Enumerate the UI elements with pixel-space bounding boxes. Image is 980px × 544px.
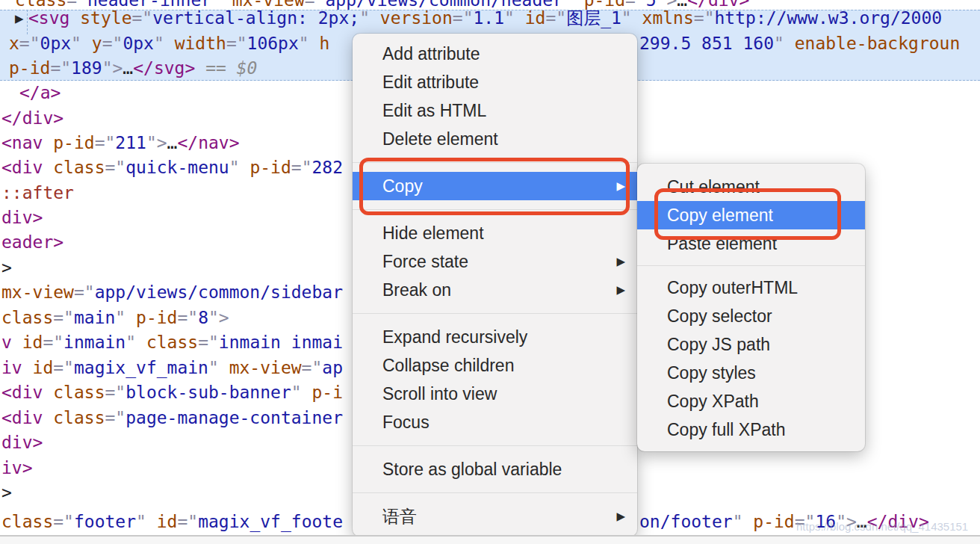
menu-separator (637, 265, 865, 266)
menu-item-paste-element[interactable]: Paste element (637, 229, 865, 258)
watermark: https://blog.csdn.net/qq_41435151 (796, 520, 968, 533)
code-line-inmain[interactable]: v id="inmain" class="inmain inmai (1, 332, 343, 353)
menu-item-label: Copy XPath (667, 392, 759, 411)
menu-item-force-state[interactable]: Force state▶ (353, 247, 637, 276)
menu-item-label: Copy selector (667, 306, 772, 326)
code-line-bracket-2[interactable]: > (1, 482, 12, 503)
code-line-magix-main[interactable]: iv id="magix_vf_main" mx-view="ap (1, 357, 343, 378)
menu-item-label: Copy full XPath (667, 420, 786, 439)
menu-separator (353, 492, 637, 493)
submenu-arrow-icon: ▶ (616, 502, 625, 531)
menu-item-store-as-global-variable[interactable]: Store as global variable (353, 455, 637, 483)
menu-item-copy-full-xpath[interactable]: Copy full XPath (637, 415, 865, 444)
code-line-iv-frag[interactable]: iv> (1, 457, 33, 478)
menu-item-copy-outerhtml[interactable]: Copy outerHTML (637, 273, 865, 302)
code-line-sidebar[interactable]: mx-view="app/views/common/sidebar (1, 282, 343, 303)
menu-item-label: Copy (382, 176, 423, 196)
menu-item-label: Expand recursively (382, 327, 527, 347)
menu-item-delete-element[interactable]: Delete element (353, 125, 637, 153)
menu-item-add-attribute[interactable]: Add attribute (353, 40, 637, 68)
menu-item-voice[interactable]: 语音▶ (353, 502, 637, 531)
code-line-main[interactable]: class="main" p-id="8"> (1, 307, 229, 328)
menu-item-label: Copy element (667, 205, 773, 225)
menu-item-edit-attribute[interactable]: Edit attribute (353, 68, 637, 96)
menu-separator (353, 162, 637, 163)
menu-item-label: Add attribute (382, 44, 480, 64)
menu-item-edit-as-html[interactable]: Edit as HTML (353, 96, 637, 125)
menu-item-label: Force state (382, 252, 468, 271)
menu-item-label: Focus (382, 412, 429, 432)
code-line-quick-menu[interactable]: <div class="quick-menu" p-id="282 (1, 157, 343, 178)
menu-item-expand-recursively[interactable]: Expand recursively (353, 323, 637, 351)
menu-item-copy-selector[interactable]: Copy selector (637, 302, 865, 330)
menu-item-copy-js-path[interactable]: Copy JS path (637, 330, 865, 359)
submenu-arrow-icon: ▶ (616, 172, 625, 200)
code-line-block-sub-banner[interactable]: <div class="block-sub-banner" p-i (1, 382, 343, 403)
copy-submenu: Cut elementCopy elementPaste elementCopy… (637, 164, 865, 451)
submenu-arrow-icon: ▶ (616, 276, 625, 304)
menu-item-label: Collapse children (382, 356, 514, 375)
context-menu: Add attributeEdit attributeEdit as HTMLD… (353, 34, 637, 537)
menu-item-label: Edit as HTML (382, 101, 486, 120)
menu-item-label: Copy JS path (667, 335, 770, 354)
bottom-strip (0, 537, 980, 544)
menu-item-cut-element[interactable]: Cut element (637, 173, 865, 201)
menu-item-label: 语音 (382, 507, 417, 526)
menu-item-label: Store as global variable (382, 460, 562, 479)
code-line-after-pseudo[interactable]: ::after (1, 182, 74, 203)
menu-item-copy-styles[interactable]: Copy styles (637, 359, 865, 387)
menu-item-hide-element[interactable]: Hide element (353, 219, 637, 247)
menu-item-label: Cut element (667, 177, 760, 197)
code-line-nav[interactable]: <nav p-id="211">…</nav> (1, 132, 240, 153)
code-line-svg-close[interactable]: p-id="189">…</svg> == $0 (9, 58, 257, 78)
code-line-page-manage[interactable]: <div class="page-manage-container (1, 407, 343, 428)
menu-item-copy-element[interactable]: Copy element (637, 201, 865, 229)
code-line-bracket[interactable]: > (1, 257, 12, 278)
menu-item-label: Paste element (667, 234, 777, 253)
menu-item-copy[interactable]: Copy▶ (353, 172, 637, 200)
menu-item-label: Edit attribute (382, 72, 479, 92)
menu-item-label: Copy outerHTML (667, 278, 798, 297)
menu-item-copy-xpath[interactable]: Copy XPath (637, 387, 865, 415)
menu-item-scroll-into-view[interactable]: Scroll into view (353, 380, 637, 408)
code-line-div-frag-2[interactable]: div> (1, 432, 43, 453)
code-line-div-frag[interactable]: div> (1, 207, 43, 228)
menu-separator (353, 445, 637, 446)
code-line-close-a[interactable]: </a> (19, 82, 61, 103)
menu-item-label: Break on (382, 280, 451, 300)
menu-item-collapse-children[interactable]: Collapse children (353, 351, 637, 380)
code-line-close-div[interactable]: </div> (1, 108, 63, 129)
code-line-svg-attrs-left[interactable]: x="0px" y="0px" width="106px" h (9, 33, 329, 54)
code-line-svg-open[interactable]: <svg style="vertical-align: 2px;" versio… (28, 7, 942, 28)
menu-item-label: Delete element (382, 129, 498, 149)
menu-item-focus[interactable]: Focus (353, 408, 637, 436)
code-line-svg-attrs-right[interactable]: 299.5 851 160" enable-backgroun (639, 33, 960, 54)
menu-item-break-on[interactable]: Break on▶ (353, 276, 637, 304)
menu-separator (353, 209, 637, 210)
menu-item-label: Hide element (382, 223, 484, 243)
code-line-header-frag[interactable]: eader> (1, 232, 63, 253)
menu-item-label: Copy styles (667, 363, 756, 383)
menu-separator (353, 313, 637, 314)
expand-arrow-icon[interactable]: ▶ (15, 12, 24, 25)
code-line-footer-left[interactable]: class="footer" id="magix_vf_foote (1, 511, 343, 532)
menu-item-label: Scroll into view (382, 384, 497, 404)
panel-bottom-divider (0, 535, 980, 537)
submenu-arrow-icon: ▶ (616, 247, 625, 276)
